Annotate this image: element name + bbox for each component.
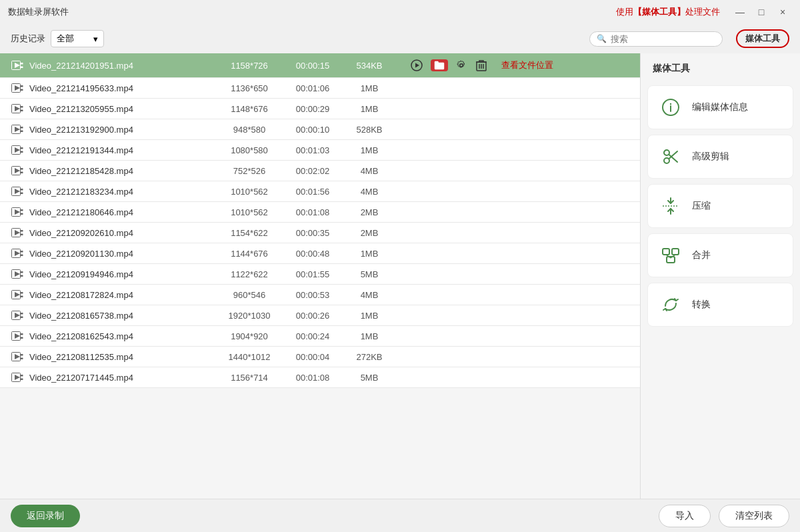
svg-rect-53: [21, 292, 23, 294]
open-folder-button[interactable]: [431, 59, 448, 71]
tool-card-compress[interactable]: 压缩: [647, 184, 793, 228]
file-duration: 00:01:56: [283, 187, 343, 197]
file-name: Video_221214201951.mp4: [29, 61, 216, 71]
table-row[interactable]: Video_221214201951.mp41158*72600:00:1553…: [0, 53, 640, 78]
table-row[interactable]: Video_221213192900.mp4948*58000:00:10528…: [0, 119, 640, 140]
file-resolution: 960*546: [216, 290, 283, 300]
file-size: 4MB: [343, 166, 396, 176]
bottom-bar: 返回录制 导入 清空列表: [0, 499, 800, 532]
table-row[interactable]: Video_221209202610.mp41154*62200:00:352M…: [0, 223, 640, 243]
settings-button[interactable]: [455, 59, 468, 72]
play-button[interactable]: [409, 58, 424, 73]
merge-icon: [659, 243, 683, 267]
table-row[interactable]: Video_221212185428.mp4752*52600:02:024MB: [0, 161, 640, 181]
file-duration: 00:00:24: [283, 331, 343, 341]
bottom-right-buttons: 导入 清空列表: [659, 505, 789, 527]
minimize-button[interactable]: —: [731, 4, 749, 20]
svg-rect-26: [21, 151, 23, 153]
delete-button[interactable]: [475, 58, 488, 73]
svg-marker-24: [15, 147, 20, 153]
merge-label: 合并: [692, 249, 711, 261]
video-file-icon: [11, 289, 24, 300]
file-size: 1MB: [343, 311, 396, 321]
table-row[interactable]: Video_221208172824.mp4960*54600:00:534MB: [0, 285, 640, 305]
file-list[interactable]: Video_221214201951.mp41158*72600:00:1553…: [0, 53, 640, 499]
file-resolution: 1154*622: [216, 228, 283, 238]
svg-rect-57: [21, 313, 23, 315]
file-duration: 00:00:29: [283, 104, 343, 114]
convert-icon: [659, 293, 683, 317]
edit-info-label: 编辑媒体信息: [692, 101, 748, 113]
table-row[interactable]: Video_221208112535.mp41440*101200:00:042…: [0, 347, 640, 367]
import-button[interactable]: 导入: [659, 505, 711, 527]
file-name: Video_221208112535.mp4: [29, 352, 216, 362]
svg-rect-65: [21, 354, 23, 356]
video-file-icon: [11, 60, 24, 71]
file-name: Video_221209194946.mp4: [29, 269, 216, 279]
maximize-button[interactable]: □: [752, 4, 771, 20]
edit-info-icon: [659, 95, 683, 119]
svg-marker-12: [15, 85, 20, 91]
file-name: Video_221212180646.mp4: [29, 207, 216, 217]
search-input[interactable]: [611, 34, 715, 44]
table-row[interactable]: Video_221212183234.mp41010*56200:01:564M…: [0, 181, 640, 202]
video-file-icon: [11, 186, 24, 197]
video-file-icon: [11, 165, 24, 176]
file-duration: 00:00:26: [283, 311, 343, 321]
close-button[interactable]: ×: [773, 4, 792, 20]
file-duration: 00:01:03: [283, 145, 343, 155]
table-row[interactable]: Video_221212191344.mp41080*58000:01:031M…: [0, 140, 640, 161]
svg-rect-69: [21, 375, 23, 377]
video-file-icon: [11, 124, 24, 135]
svg-rect-34: [21, 193, 23, 195]
table-row[interactable]: Video_221209201130.mp41144*67600:00:481M…: [0, 243, 640, 264]
table-row[interactable]: Video_221214195633.mp41136*65000:01:061M…: [0, 78, 640, 99]
video-file-icon: [11, 103, 24, 114]
video-file-icon: [11, 331, 24, 341]
svg-rect-46: [21, 255, 23, 257]
video-file-icon: [11, 248, 24, 259]
svg-marker-68: [15, 375, 20, 380]
file-size: 5MB: [343, 269, 396, 279]
svg-rect-61: [21, 333, 23, 335]
svg-rect-42: [21, 234, 23, 236]
tool-card-merge[interactable]: 合并: [647, 233, 793, 277]
file-resolution: 1080*580: [216, 145, 283, 155]
svg-rect-81: [663, 249, 669, 255]
filter-select[interactable]: 全部 ▾: [51, 30, 104, 47]
table-row[interactable]: Video_221208162543.mp41904*92000:00:241M…: [0, 326, 640, 347]
search-box[interactable]: 🔍: [589, 31, 723, 47]
svg-marker-5: [415, 63, 419, 68]
tool-card-advanced-cut[interactable]: 高级剪辑: [647, 135, 793, 179]
tool-card-edit-info[interactable]: 编辑媒体信息: [647, 85, 793, 129]
file-name: Video_221209201130.mp4: [29, 249, 216, 259]
svg-marker-40: [15, 230, 20, 235]
tool-card-convert[interactable]: 转换: [647, 283, 793, 327]
file-size: 1MB: [343, 145, 396, 155]
file-name: Video_221208165738.mp4: [29, 311, 216, 321]
video-file-icon: [11, 351, 24, 362]
table-row[interactable]: Video_221208165738.mp41920*103000:00:261…: [0, 305, 640, 326]
video-file-icon: [11, 310, 24, 321]
file-actions: 查看文件位置: [396, 58, 629, 73]
svg-rect-22: [21, 131, 23, 133]
svg-marker-56: [15, 313, 20, 318]
table-row[interactable]: Video_221209194946.mp41122*62200:01:555M…: [0, 264, 640, 285]
clear-button[interactable]: 清空列表: [719, 505, 789, 527]
media-tools-button[interactable]: 媒体工具: [736, 29, 789, 48]
table-row[interactable]: Video_221213205955.mp41148*67600:00:291M…: [0, 99, 640, 119]
file-location-hint[interactable]: 查看文件位置: [501, 59, 553, 71]
file-name: Video_221213192900.mp4: [29, 125, 216, 135]
file-duration: 00:00:35: [283, 228, 343, 238]
file-name: Video_221207171445.mp4: [29, 373, 216, 383]
table-row[interactable]: Video_221207171445.mp41156*71400:01:085M…: [0, 367, 640, 388]
file-resolution: 1010*562: [216, 207, 283, 217]
title-bar: 数据蛙录屏软件 使用【媒体工具】处理文件 — □ ×: [0, 0, 800, 24]
file-size: 5MB: [343, 373, 396, 383]
svg-marker-44: [15, 251, 20, 256]
svg-marker-20: [15, 127, 20, 132]
file-duration: 00:01:08: [283, 373, 343, 383]
table-row[interactable]: Video_221212180646.mp41010*56200:01:082M…: [0, 202, 640, 223]
return-button[interactable]: 返回录制: [11, 505, 80, 527]
svg-rect-21: [21, 127, 23, 129]
